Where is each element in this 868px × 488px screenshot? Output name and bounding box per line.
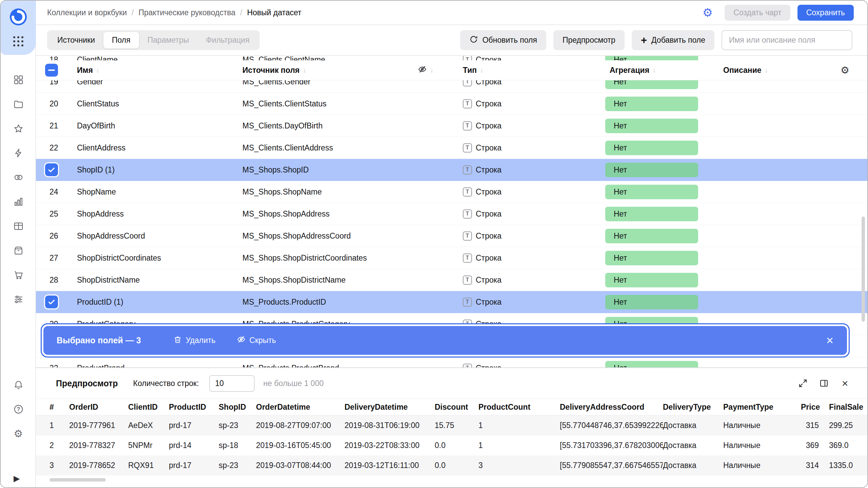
aggregation-select[interactable]: Нет <box>605 93 698 115</box>
row-checkbox-checked[interactable] <box>45 159 58 181</box>
columns-settings-gear-icon[interactable]: ⚙ <box>841 60 849 80</box>
preview-col-header[interactable]: OrderDatetime <box>256 403 344 412</box>
preview-col-header[interactable]: Price <box>801 403 829 412</box>
field-row[interactable]: 22 ClientAddress MS_Clients.ClientAddres… <box>36 137 867 159</box>
field-row-selected[interactable]: ShopID (1) MS_Shops.ShopID TСтрока Нет <box>36 159 867 181</box>
tab-sources[interactable]: Источники <box>49 32 103 48</box>
datalens-logo-icon[interactable] <box>9 8 27 27</box>
vertical-scrollbar[interactable] <box>862 217 865 322</box>
preview-col-header[interactable]: DeliveryType <box>663 403 723 412</box>
preview-col-header[interactable]: ProductCount <box>478 403 560 412</box>
preview-col-header[interactable]: Discount <box>435 403 478 412</box>
column-header-aggregation[interactable]: Агрегация↓ <box>610 60 656 80</box>
preview-col-header[interactable]: ShopID <box>219 403 256 412</box>
aggregation-select[interactable]: Нет <box>605 137 698 159</box>
field-type-select[interactable]: TСтрока <box>463 247 501 269</box>
preview-col-header[interactable]: OrderID <box>69 403 128 412</box>
column-header-type[interactable]: Тип↓ <box>463 60 484 80</box>
rings-icon[interactable] <box>13 172 24 183</box>
save-button[interactable]: Сохранить <box>797 5 854 21</box>
field-type-label: Строка <box>476 298 501 307</box>
expand-preview-icon[interactable] <box>798 379 808 388</box>
grid-icon[interactable] <box>13 75 24 85</box>
preview-col-header[interactable]: FinalSale <box>829 403 867 412</box>
dataset-settings-gear-icon[interactable]: ⚙ <box>703 7 713 18</box>
field-row[interactable]: 24 ShopName MS_Shops.ShopName TСтрока Не… <box>36 181 867 203</box>
preview-col-header[interactable]: ClientID <box>128 403 169 412</box>
field-row[interactable]: 20 ClientStatus MS_Clients.ClientStatus … <box>36 93 867 115</box>
bolt-icon[interactable] <box>13 148 24 158</box>
rows-count-input[interactable] <box>209 375 255 392</box>
aggregation-select[interactable]: Нет <box>605 291 698 313</box>
collections-icon[interactable] <box>13 99 24 109</box>
box-icon[interactable] <box>13 245 24 256</box>
close-preview-icon[interactable]: × <box>840 379 850 388</box>
field-type-select[interactable]: TСтрока <box>463 137 501 159</box>
column-header-description[interactable]: Описание↓ <box>723 60 768 80</box>
field-type-select[interactable]: TСтрока <box>463 225 501 247</box>
dock-preview-icon[interactable] <box>819 379 829 388</box>
field-type-select[interactable]: TСтрока <box>463 159 501 181</box>
apps-grid-icon[interactable] <box>12 35 24 49</box>
field-type-select[interactable]: TСтрока <box>463 203 501 225</box>
field-type-select[interactable]: TСтрока <box>463 357 501 367</box>
create-chart-button[interactable]: Создать чарт <box>725 5 790 21</box>
cart-icon[interactable] <box>13 270 24 280</box>
row-number: 28 <box>50 269 58 291</box>
close-selection-icon[interactable]: × <box>826 334 833 347</box>
aggregation-select[interactable]: Нет <box>605 357 698 367</box>
tab-fields[interactable]: Поля <box>103 32 139 48</box>
field-type-select[interactable]: TСтрока <box>463 269 501 291</box>
aggregation-select[interactable]: Нет <box>605 115 698 137</box>
select-all-checkbox[interactable] <box>45 60 58 80</box>
field-row[interactable]: 32 ProductBrand MS_Products.ProductBrand… <box>36 357 867 367</box>
field-type-select[interactable]: TСтрока <box>463 115 501 137</box>
table-icon[interactable] <box>13 221 24 231</box>
field-row[interactable]: 21 DayOfBirth MS_Clients.DayOfBirth TСтр… <box>36 115 867 137</box>
aggregation-select[interactable]: Нет <box>605 247 698 269</box>
horizontal-scrollbar[interactable] <box>50 478 106 482</box>
field-row[interactable]: 27 ShopDistrictCoordinates MS_Shops.Shop… <box>36 247 867 269</box>
field-row[interactable]: 25 ShopAddress MS_Shops.ShopAddress TСтр… <box>36 203 867 225</box>
settings-gear-icon[interactable]: ⚙ <box>13 428 24 439</box>
preview-col-header[interactable]: DeliveryAddressCoord <box>560 403 663 412</box>
preview-button[interactable]: Предпросмотр <box>553 30 625 50</box>
expand-sidebar-icon[interactable]: ▶ <box>14 474 20 483</box>
breadcrumb-workbook[interactable]: Практические руководства <box>138 8 235 17</box>
field-row[interactable]: 28 ShopDistrictName MS_Shops.ShopDistric… <box>36 269 867 291</box>
bar-chart-icon[interactable] <box>13 197 24 207</box>
field-name: ShopAddress <box>77 203 124 225</box>
delete-selected-button[interactable]: Удалить <box>173 335 216 346</box>
eye-slash-icon <box>418 65 427 76</box>
hide-selected-button[interactable]: Скрыть <box>237 335 276 346</box>
help-icon[interactable]: ? <box>13 404 24 414</box>
aggregation-select[interactable]: Нет <box>605 181 698 203</box>
field-row-selected[interactable]: ProductID (1) MS_Products.ProductID TСтр… <box>36 291 867 313</box>
row-checkbox-checked[interactable] <box>45 291 58 313</box>
aggregation-select[interactable]: Нет <box>605 203 698 225</box>
aggregation-select[interactable]: Нет <box>605 225 698 247</box>
aggregation-select[interactable]: Нет <box>605 159 698 181</box>
bell-icon[interactable] <box>13 380 24 390</box>
sidebar-bottom: ? ⚙ <box>1 380 36 439</box>
string-type-icon: T <box>463 253 472 263</box>
star-icon[interactable] <box>13 123 24 134</box>
field-search-input[interactable] <box>722 30 852 50</box>
column-header-name[interactable]: Имя↓ <box>77 60 99 80</box>
eye-off-icon <box>237 335 246 346</box>
preview-col-header[interactable]: # <box>50 403 69 412</box>
column-header-hidden[interactable]: ↓ <box>418 60 434 80</box>
preview-col-header[interactable]: PaymentType <box>723 403 801 412</box>
refresh-fields-button[interactable]: Обновить поля <box>460 30 546 50</box>
add-field-button[interactable]: + Добавить поле <box>632 30 714 50</box>
aggregation-select[interactable]: Нет <box>605 269 698 291</box>
field-type-select[interactable]: TСтрока <box>463 291 501 313</box>
field-row[interactable]: 26 ShopAddressCoord MS_Shops.ShopAddress… <box>36 225 867 247</box>
breadcrumb-collections[interactable]: Коллекции и воркбуки <box>47 8 127 17</box>
column-header-source[interactable]: Источник поля↓ <box>242 60 306 80</box>
field-type-select[interactable]: TСтрока <box>463 93 501 115</box>
preview-col-header[interactable]: DeliveryDatetime <box>344 403 435 412</box>
field-type-select[interactable]: TСтрока <box>463 181 501 203</box>
preview-col-header[interactable]: ProductID <box>169 403 219 412</box>
flow-icon[interactable] <box>13 294 24 305</box>
